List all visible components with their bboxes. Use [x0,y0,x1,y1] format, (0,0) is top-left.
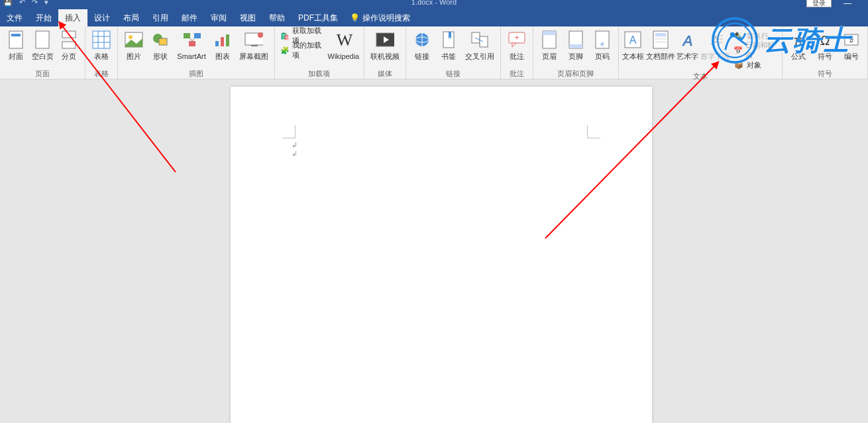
header-button[interactable]: 页眉 [536,28,563,61]
group-media-label: 媒体 [378,69,392,79]
textbox-button[interactable]: A 文本框 [622,28,645,61]
tab-help[interactable]: 帮助 [262,9,292,26]
pictures-button[interactable]: 图片 [121,28,147,61]
number-icon: # [842,29,861,50]
group-media: 联机视频 媒体 [364,26,406,79]
pagenum-button[interactable]: # 页码 [589,28,616,61]
svg-text:+: + [514,33,519,42]
online-video-button[interactable]: 联机视频 [367,28,403,61]
window-title: 1.docx - Word [411,0,457,6]
symbol-button[interactable]: Ω 符号 [812,28,838,61]
equation-button[interactable]: π 公式 [785,28,812,61]
tab-design[interactable]: 设计 [87,9,117,26]
tell-me-search[interactable]: 💡 操作说明搜索 [350,13,410,24]
search-label: 操作说明搜索 [362,13,410,24]
svg-rect-15 [194,33,201,38]
pagenum-label: 页码 [595,52,610,61]
redo-icon[interactable]: ↷ [30,0,40,7]
smartart-label: SmartArt [177,52,205,61]
footer-button[interactable]: 页脚 [563,28,589,61]
document-area[interactable]: ↲↲ [0,79,868,423]
svg-line-17 [190,38,192,41]
quickparts-button[interactable]: 文档部件 [645,28,676,61]
svg-rect-24 [251,45,258,46]
page-break-button[interactable]: 分页 [56,28,82,61]
bookmark-button[interactable]: 书签 [435,28,462,61]
link-button[interactable]: 链接 [409,28,435,61]
datetime-label: 日期和时间 [745,40,777,60]
svg-text:#: # [600,41,604,48]
wordart-button[interactable]: A 艺术字 [676,28,699,61]
svg-rect-20 [221,37,224,46]
group-text: A 文本框 文档部件 A 艺术字 A 首字下沉 ✒️签名行 📅日期和时间 📦对象… [619,26,783,79]
wikipedia-button[interactable]: W Wikipedia [326,28,361,61]
my-addins-button[interactable]: 🧩我的加载项 [278,44,326,57]
svg-rect-41 [569,44,582,48]
page-break-label: 分页 [62,52,76,61]
svg-rect-3 [62,31,76,38]
cover-page-button[interactable]: 封面 [3,28,29,61]
svg-rect-39 [543,31,556,35]
svg-rect-14 [184,33,190,38]
tab-view[interactable]: 视图 [233,9,262,26]
tab-review[interactable]: 审阅 [204,9,233,26]
datetime-button[interactable]: 📅日期和时间 [731,44,779,57]
tab-mailings[interactable]: 邮件 [175,9,204,26]
crossref-icon [470,29,489,50]
dropcap-button[interactable]: A 首字下沉 [700,28,731,61]
textbox-icon: A [624,29,642,50]
screenshot-icon [244,29,263,50]
smartart-button[interactable]: SmartArt [174,28,209,61]
blank-page-button[interactable]: 空白页 [29,28,56,61]
svg-rect-47 [655,33,666,36]
symbol-icon: Ω [816,29,834,50]
blank-page-label: 空白页 [32,52,54,61]
tab-layout[interactable]: 布局 [117,9,146,26]
group-symbols: π 公式 Ω 符号 # 编号 符号 [783,26,868,79]
tab-home[interactable]: 开始 [29,9,58,26]
group-links-label: 链接 [446,69,461,79]
minimize-icon[interactable]: — [843,0,851,8]
object-button[interactable]: 📦对象 [731,58,779,71]
wordart-icon: A [678,29,697,50]
equation-icon: π [789,29,808,50]
svg-rect-21 [226,34,229,46]
table-button[interactable]: 表格 [88,28,115,61]
footer-icon [567,29,585,50]
footer-label: 页脚 [569,52,583,61]
smartart-icon [182,29,201,50]
save-icon[interactable]: 💾 [1,0,15,7]
group-headerfooter: 页眉 页脚 # 页码 页眉和页脚 [533,26,619,79]
sigline-label: 签名行 [747,31,769,41]
number-button[interactable]: # 编号 [838,28,865,61]
tab-pdftools[interactable]: PDF工具集 [292,9,345,26]
object-label: 对象 [747,60,761,70]
chart-label: 图表 [215,52,230,61]
chart-button[interactable]: 图表 [209,28,236,61]
tab-file[interactable]: 文件 [0,9,29,26]
svg-text:A: A [682,32,693,48]
group-tables-label: 表格 [94,69,109,79]
undo-icon[interactable]: ↶ [17,0,27,7]
qat-dropdown-icon[interactable]: ▾ [42,0,50,7]
svg-rect-1 [11,34,21,36]
svg-rect-5 [93,31,110,48]
wikipedia-icon: W [334,29,353,50]
tab-references[interactable]: 引用 [146,9,175,26]
bookmark-icon [439,29,458,50]
login-button[interactable]: 登录 [806,0,832,7]
group-pages: 封面 空白页 分页 页面 [0,26,85,79]
crossref-button[interactable]: 交叉引用 [462,28,498,61]
svg-rect-19 [215,41,219,46]
title-bar: 💾 ↶ ↷ ▾ 1.docx - Word 登录 — [0,0,868,9]
tab-insert[interactable]: 插入 [58,9,87,26]
svg-text:W: W [337,31,353,48]
document-page[interactable]: ↲↲ [231,87,652,423]
store-icon: 🛍️ [280,30,290,41]
screenshot-button[interactable]: 屏幕截图 [236,28,272,61]
svg-rect-13 [159,38,167,45]
wordart-label: 艺术字 [677,52,698,61]
group-symbols-label: 符号 [818,69,832,79]
shapes-button[interactable]: 形状 [147,28,174,61]
comment-button[interactable]: + 批注 [504,28,530,61]
